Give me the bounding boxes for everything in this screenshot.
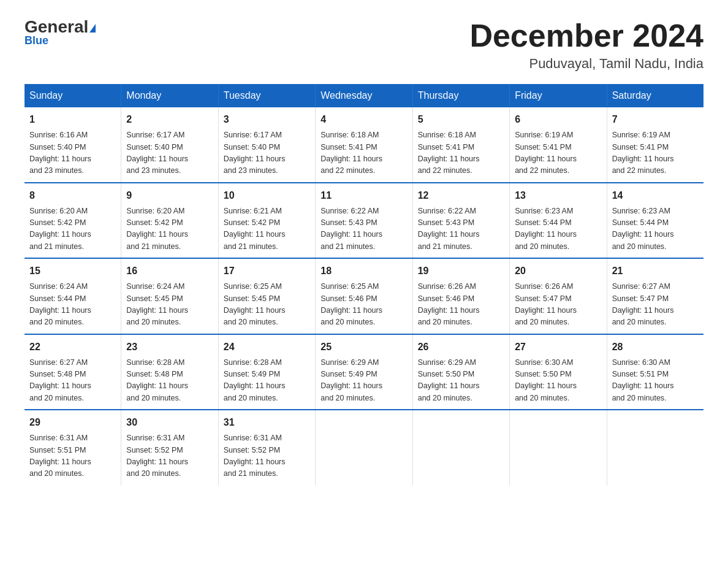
logo-sub: Blue — [25, 34, 48, 47]
day-number: 13 — [515, 188, 601, 203]
calendar-cell: 18Sunrise: 6:25 AM Sunset: 5:46 PM Dayli… — [316, 258, 412, 334]
calendar-cell: 9Sunrise: 6:20 AM Sunset: 5:42 PM Daylig… — [121, 183, 218, 259]
calendar-day-header: Tuesday — [218, 84, 315, 107]
day-number: 22 — [29, 340, 116, 354]
calendar-cell: 31Sunrise: 6:31 AM Sunset: 5:52 PM Dayli… — [218, 410, 315, 485]
day-info: Sunrise: 6:19 AM Sunset: 5:41 PM Dayligh… — [515, 129, 601, 177]
calendar-week-row: 15Sunrise: 6:24 AM Sunset: 5:44 PM Dayli… — [25, 258, 703, 334]
calendar-cell: 22Sunrise: 6:27 AM Sunset: 5:48 PM Dayli… — [25, 334, 121, 410]
calendar-cell: 6Sunrise: 6:19 AM Sunset: 5:41 PM Daylig… — [510, 107, 607, 183]
day-info: Sunrise: 6:25 AM Sunset: 5:46 PM Dayligh… — [320, 281, 407, 329]
calendar-cell: 12Sunrise: 6:22 AM Sunset: 5:43 PM Dayli… — [412, 183, 509, 259]
day-number: 10 — [224, 188, 310, 203]
day-info: Sunrise: 6:20 AM Sunset: 5:42 PM Dayligh… — [126, 205, 213, 253]
day-number: 15 — [29, 264, 116, 278]
calendar-cell: 30Sunrise: 6:31 AM Sunset: 5:52 PM Dayli… — [121, 410, 218, 485]
calendar-cell: 20Sunrise: 6:26 AM Sunset: 5:47 PM Dayli… — [510, 258, 607, 334]
day-number: 31 — [224, 415, 310, 430]
calendar-cell — [607, 410, 703, 485]
day-info: Sunrise: 6:24 AM Sunset: 5:45 PM Dayligh… — [126, 281, 213, 329]
day-info: Sunrise: 6:31 AM Sunset: 5:52 PM Dayligh… — [224, 432, 310, 480]
day-number: 24 — [224, 340, 310, 354]
calendar-cell — [412, 410, 509, 485]
calendar-cell — [316, 410, 412, 485]
calendar-subtitle: Puduvayal, Tamil Nadu, India — [469, 56, 703, 72]
calendar-cell: 13Sunrise: 6:23 AM Sunset: 5:44 PM Dayli… — [510, 183, 607, 259]
calendar-day-header: Saturday — [607, 84, 703, 107]
calendar-week-row: 8Sunrise: 6:20 AM Sunset: 5:42 PM Daylig… — [25, 183, 703, 259]
day-info: Sunrise: 6:27 AM Sunset: 5:47 PM Dayligh… — [612, 281, 699, 329]
day-number: 20 — [515, 264, 601, 278]
day-number: 14 — [612, 188, 699, 203]
calendar-cell: 5Sunrise: 6:18 AM Sunset: 5:41 PM Daylig… — [412, 107, 509, 183]
day-info: Sunrise: 6:19 AM Sunset: 5:41 PM Dayligh… — [612, 129, 699, 177]
calendar-day-header: Friday — [510, 84, 607, 107]
day-number: 12 — [418, 188, 504, 203]
day-number: 29 — [29, 415, 116, 430]
calendar-cell: 15Sunrise: 6:24 AM Sunset: 5:44 PM Dayli… — [25, 258, 121, 334]
calendar-title: December 2024 — [469, 18, 703, 53]
calendar-cell: 2Sunrise: 6:17 AM Sunset: 5:40 PM Daylig… — [121, 107, 218, 183]
day-number: 17 — [224, 264, 310, 278]
day-number: 30 — [126, 415, 213, 430]
calendar-day-header: Thursday — [412, 84, 509, 107]
day-info: Sunrise: 6:23 AM Sunset: 5:44 PM Dayligh… — [612, 205, 699, 253]
day-number: 25 — [320, 340, 407, 354]
day-info: Sunrise: 6:22 AM Sunset: 5:43 PM Dayligh… — [320, 205, 407, 253]
day-number: 23 — [126, 340, 213, 354]
day-number: 8 — [29, 188, 116, 203]
day-info: Sunrise: 6:17 AM Sunset: 5:40 PM Dayligh… — [224, 129, 310, 177]
day-info: Sunrise: 6:28 AM Sunset: 5:48 PM Dayligh… — [126, 357, 213, 405]
calendar-cell: 21Sunrise: 6:27 AM Sunset: 5:47 PM Dayli… — [607, 258, 703, 334]
day-info: Sunrise: 6:26 AM Sunset: 5:46 PM Dayligh… — [418, 281, 504, 329]
day-info: Sunrise: 6:18 AM Sunset: 5:41 PM Dayligh… — [320, 129, 407, 177]
day-info: Sunrise: 6:30 AM Sunset: 5:50 PM Dayligh… — [515, 357, 601, 405]
day-number: 9 — [126, 188, 213, 203]
calendar-cell: 23Sunrise: 6:28 AM Sunset: 5:48 PM Dayli… — [121, 334, 218, 410]
calendar-cell: 3Sunrise: 6:17 AM Sunset: 5:40 PM Daylig… — [218, 107, 315, 183]
day-number: 2 — [126, 112, 213, 127]
calendar-cell: 27Sunrise: 6:30 AM Sunset: 5:50 PM Dayli… — [510, 334, 607, 410]
calendar-day-header: Monday — [121, 84, 218, 107]
day-info: Sunrise: 6:22 AM Sunset: 5:43 PM Dayligh… — [418, 205, 504, 253]
day-number: 11 — [320, 188, 407, 203]
calendar-cell: 28Sunrise: 6:30 AM Sunset: 5:51 PM Dayli… — [607, 334, 703, 410]
day-info: Sunrise: 6:20 AM Sunset: 5:42 PM Dayligh… — [29, 205, 116, 253]
calendar-week-row: 22Sunrise: 6:27 AM Sunset: 5:48 PM Dayli… — [25, 334, 703, 410]
day-number: 27 — [515, 340, 601, 354]
calendar-cell — [510, 410, 607, 485]
day-number: 3 — [224, 112, 310, 127]
day-info: Sunrise: 6:31 AM Sunset: 5:51 PM Dayligh… — [29, 432, 116, 480]
calendar-cell: 26Sunrise: 6:29 AM Sunset: 5:50 PM Dayli… — [412, 334, 509, 410]
calendar-day-header: Sunday — [25, 84, 121, 107]
logo: General Blue — [25, 18, 96, 47]
day-info: Sunrise: 6:26 AM Sunset: 5:47 PM Dayligh… — [515, 281, 601, 329]
calendar-cell: 14Sunrise: 6:23 AM Sunset: 5:44 PM Dayli… — [607, 183, 703, 259]
day-info: Sunrise: 6:17 AM Sunset: 5:40 PM Dayligh… — [126, 129, 213, 177]
day-info: Sunrise: 6:24 AM Sunset: 5:44 PM Dayligh… — [29, 281, 116, 329]
logo-name: General — [25, 18, 96, 36]
day-number: 7 — [612, 112, 699, 127]
day-info: Sunrise: 6:16 AM Sunset: 5:40 PM Dayligh… — [29, 129, 116, 177]
calendar-day-header: Wednesday — [316, 84, 412, 107]
calendar-cell: 25Sunrise: 6:29 AM Sunset: 5:49 PM Dayli… — [316, 334, 412, 410]
calendar-table: SundayMondayTuesdayWednesdayThursdayFrid… — [25, 84, 703, 485]
calendar-cell: 29Sunrise: 6:31 AM Sunset: 5:51 PM Dayli… — [25, 410, 121, 485]
day-info: Sunrise: 6:27 AM Sunset: 5:48 PM Dayligh… — [29, 357, 116, 405]
day-number: 21 — [612, 264, 699, 278]
day-number: 26 — [418, 340, 504, 354]
day-number: 6 — [515, 112, 601, 127]
calendar-week-row: 29Sunrise: 6:31 AM Sunset: 5:51 PM Dayli… — [25, 410, 703, 485]
calendar-cell: 10Sunrise: 6:21 AM Sunset: 5:42 PM Dayli… — [218, 183, 315, 259]
calendar-cell: 11Sunrise: 6:22 AM Sunset: 5:43 PM Dayli… — [316, 183, 412, 259]
calendar-cell: 8Sunrise: 6:20 AM Sunset: 5:42 PM Daylig… — [25, 183, 121, 259]
calendar-header-row: SundayMondayTuesdayWednesdayThursdayFrid… — [25, 84, 703, 107]
day-info: Sunrise: 6:30 AM Sunset: 5:51 PM Dayligh… — [612, 357, 699, 405]
calendar-cell: 4Sunrise: 6:18 AM Sunset: 5:41 PM Daylig… — [316, 107, 412, 183]
day-number: 16 — [126, 264, 213, 278]
day-number: 4 — [320, 112, 407, 127]
day-info: Sunrise: 6:29 AM Sunset: 5:50 PM Dayligh… — [418, 357, 504, 405]
calendar-cell: 16Sunrise: 6:24 AM Sunset: 5:45 PM Dayli… — [121, 258, 218, 334]
day-info: Sunrise: 6:21 AM Sunset: 5:42 PM Dayligh… — [224, 205, 310, 253]
day-number: 5 — [418, 112, 504, 127]
